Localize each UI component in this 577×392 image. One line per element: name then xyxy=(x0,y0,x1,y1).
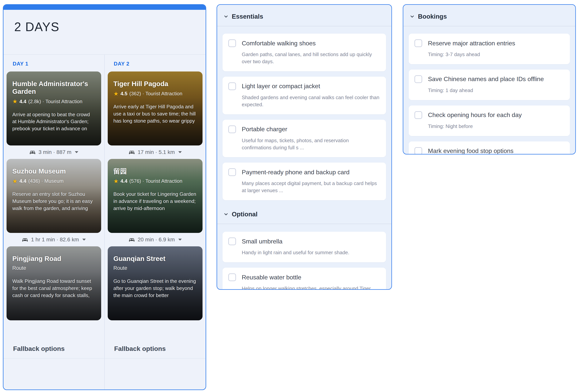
place-description: Reserve an entry slot for Suzhou Museum … xyxy=(12,191,95,212)
item-title: Comfortable walking shoes xyxy=(242,40,316,47)
travel-chip-row: 3 min · 887 m xyxy=(6,145,101,159)
itinerary-title: 2 DAYS xyxy=(14,20,206,34)
fallback-options-day-1[interactable]: Fallback options xyxy=(3,345,104,352)
item-title: Reserve major attraction entries xyxy=(428,40,515,47)
chevron-down-icon xyxy=(409,14,415,19)
checklist-item-payment-ready-phone: Payment-ready phone and backup card Many… xyxy=(222,163,386,200)
checklist-item-save-chinese-names: Save Chinese names and place IDs offline… xyxy=(409,69,570,100)
place-card-text: Pingjiang Road Route Walk Pingjiang Road… xyxy=(6,246,101,299)
checkbox[interactable] xyxy=(228,273,236,281)
checkbox[interactable] xyxy=(228,126,236,133)
item-timing: Timing: 3-7 days ahead xyxy=(428,51,563,58)
place-subtitle: Route xyxy=(113,265,197,271)
place-card-text: 留园 ★ 4.4 (576) · Tourist Attraction Book… xyxy=(108,159,203,212)
caret-down-icon xyxy=(178,239,182,241)
fallback-options-day-2[interactable]: Fallback options xyxy=(105,345,206,352)
checklist-item-comfortable-walking-shoes: Comfortable walking shoes Garden paths, … xyxy=(222,34,386,71)
divider xyxy=(3,358,104,359)
place-name: Guanqian Street xyxy=(113,255,197,262)
item-title: Payment-ready phone and backup card xyxy=(242,169,350,176)
checklist-item-small-umbrella: Small umbrella Handy in light rain and u… xyxy=(222,232,386,262)
item-title: Mark evening food stop options xyxy=(428,147,513,155)
place-card-humble-administrators-garden[interactable]: Humble Administrator's Garden ★ 4.4 (2.8… xyxy=(6,71,101,145)
bookings-items: Reserve major attraction entries Timing:… xyxy=(403,26,575,155)
rating-value: 4.4 xyxy=(19,98,26,104)
essentials-items: Comfortable walking shoes Garden paths, … xyxy=(217,26,391,209)
travel-chip-row: 20 min · 6.9 km xyxy=(108,233,203,246)
place-card-guanqian-street[interactable]: Guanqian Street Route Go to Guanqian Str… xyxy=(108,246,203,320)
bookings-section-header[interactable]: Bookings xyxy=(403,5,575,26)
place-name: Humble Administrator's Garden xyxy=(12,80,95,96)
item-title: Portable charger xyxy=(242,126,287,133)
place-description: Go to Guanqian Street in the evening aft… xyxy=(113,278,197,299)
item-description: Many places accept digital payment, but … xyxy=(242,180,379,194)
travel-chip-label: 17 min · 5.1 km xyxy=(138,149,175,155)
panel-accent-bar xyxy=(3,5,206,10)
checkbox[interactable] xyxy=(228,82,236,90)
item-title: Small umbrella xyxy=(242,238,283,245)
rating-row: ★ 4.4 (576) · Tourist Attraction xyxy=(113,178,197,184)
checkbox[interactable] xyxy=(414,39,422,47)
item-timing: Timing: Night before xyxy=(428,123,563,130)
bookings-panel: Bookings Reserve major attraction entrie… xyxy=(403,4,576,155)
section-title: Optional xyxy=(232,211,257,218)
itinerary-panel: 2 DAYS DAY 1 Humble Administrator's Gard… xyxy=(3,4,206,390)
item-description: Helps on longer walking stretches, espec… xyxy=(242,285,379,290)
checklist-item-mark-evening-food-stops: Mark evening food stop options Timing: N… xyxy=(409,141,570,155)
place-card-tiger-hill-pagoda[interactable]: Tiger Hill Pagoda ★ 4.5 (362) · Tourist … xyxy=(108,71,203,145)
car-icon xyxy=(22,237,28,242)
rating-meta: (576) · Tourist Attraction xyxy=(129,178,182,184)
caret-down-icon xyxy=(178,151,182,153)
essentials-panel: Essentials Comfortable walking shoes Gar… xyxy=(216,4,392,290)
section-title: Bookings xyxy=(418,13,447,20)
place-card-text: Tiger Hill Pagoda ★ 4.5 (362) · Tourist … xyxy=(108,71,203,125)
rating-meta: (362) · Tourist Attraction xyxy=(129,91,182,97)
place-name: Tiger Hill Pagoda xyxy=(113,80,197,88)
travel-chip-label: 1 hr 1 min · 82.6 km xyxy=(31,236,79,243)
item-description: Useful for maps, tickets, photos, and re… xyxy=(242,137,379,151)
chevron-down-icon xyxy=(223,212,229,217)
day-2-label: DAY 2 xyxy=(105,55,206,71)
item-title: Save Chinese names and place IDs offline xyxy=(428,75,544,83)
place-card-suzhou-museum[interactable]: Suzhou Museum ★ 4.4 (436) · Museum Reser… xyxy=(6,159,101,233)
checkbox[interactable] xyxy=(228,39,236,47)
checkbox[interactable] xyxy=(414,147,422,155)
place-name: Pingjiang Road xyxy=(12,255,95,262)
travel-chip-label: 20 min · 6.9 km xyxy=(138,236,175,243)
checkbox[interactable] xyxy=(414,111,422,119)
day-2-cards: Tiger Hill Pagoda ★ 4.5 (362) · Tourist … xyxy=(105,71,206,320)
optional-section-header[interactable]: Optional xyxy=(217,209,391,224)
rating-meta: (436) · Museum xyxy=(28,178,64,184)
travel-chip[interactable]: 17 min · 5.1 km xyxy=(128,149,182,155)
place-card-text: Humble Administrator's Garden ★ 4.4 (2.8… xyxy=(6,71,101,132)
place-name: 留园 xyxy=(113,167,197,175)
travel-chip-row: 17 min · 5.1 km xyxy=(108,145,203,159)
checkbox[interactable] xyxy=(228,168,236,176)
checklist-item-check-opening-hours: Check opening hours for each day Timing:… xyxy=(409,105,570,136)
day-1-cards: Humble Administrator's Garden ★ 4.4 (2.8… xyxy=(3,71,104,320)
itinerary-header: 2 DAYS xyxy=(3,10,206,54)
checkbox[interactable] xyxy=(228,237,236,245)
item-title: Check opening hours for each day xyxy=(428,111,522,119)
day-1-column: DAY 1 Humble Administrator's Garden ★ 4.… xyxy=(3,55,105,390)
star-icon: ★ xyxy=(113,178,119,184)
item-title: Reusable water bottle xyxy=(242,274,301,281)
travel-chip-label: 3 min · 887 m xyxy=(38,149,71,155)
item-description: Handy in light rain and useful for summe… xyxy=(242,249,379,256)
optional-items: Small umbrella Handy in light rain and u… xyxy=(217,224,391,290)
section-title: Essentials xyxy=(232,13,263,20)
rating-row: ★ 4.4 (2.8k) · Tourist Attraction xyxy=(12,98,95,104)
travel-chip[interactable]: 1 hr 1 min · 82.6 km xyxy=(22,236,86,243)
item-description: Garden paths, canal lanes, and hill sect… xyxy=(242,51,379,65)
checkbox[interactable] xyxy=(414,75,422,83)
essentials-section-header[interactable]: Essentials xyxy=(217,5,391,26)
travel-chip[interactable]: 20 min · 6.9 km xyxy=(128,236,182,243)
star-icon: ★ xyxy=(12,178,17,184)
place-card-pingjiang-road[interactable]: Pingjiang Road Route Walk Pingjiang Road… xyxy=(6,246,101,320)
travel-chip[interactable]: 3 min · 887 m xyxy=(29,149,78,155)
day-1-label: DAY 1 xyxy=(3,55,104,71)
day-2-column: DAY 2 Tiger Hill Pagoda ★ 4.5 (362) · To… xyxy=(105,55,206,390)
item-title: Light layer or compact jacket xyxy=(242,83,320,90)
rating-value: 4.4 xyxy=(120,178,127,184)
place-card-lingering-garden[interactable]: 留园 ★ 4.4 (576) · Tourist Attraction Book… xyxy=(108,159,203,233)
